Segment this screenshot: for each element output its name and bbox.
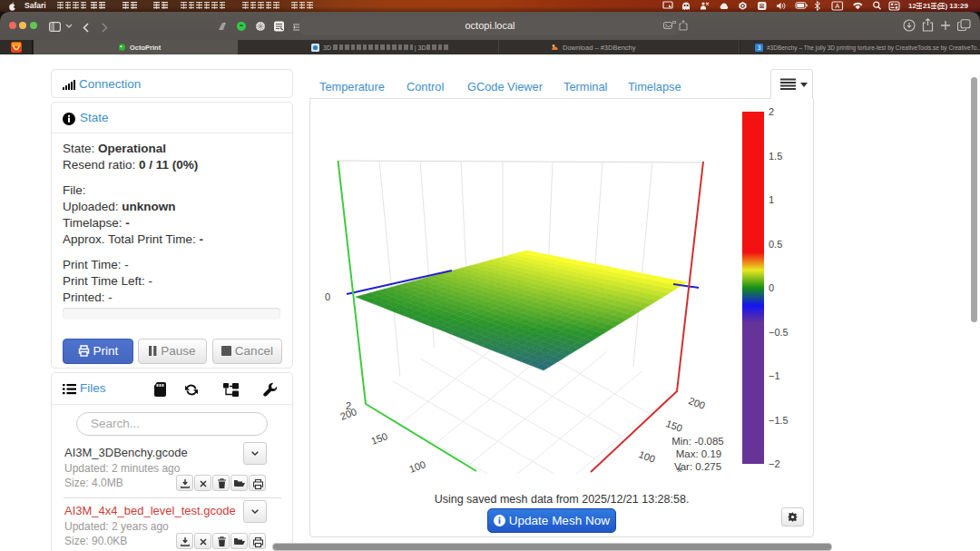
svg-text:1: 1 [769, 194, 774, 205]
svg-text:Max: 0.19: Max: 0.19 [676, 448, 722, 459]
svg-text:200: 200 [687, 395, 706, 411]
svg-text:2: 2 [346, 400, 351, 411]
svg-text:150: 150 [664, 418, 683, 434]
svg-text:−1: −1 [769, 370, 780, 381]
svg-text:100: 100 [637, 448, 656, 465]
svg-text:⊠: ⊠ [760, 3, 765, 9]
svg-text:x: x [678, 465, 682, 474]
svg-text:−1.5: −1.5 [769, 415, 789, 426]
svg-text:A: A [835, 2, 839, 10]
svg-text:0: 0 [325, 291, 330, 302]
svg-text:100: 100 [407, 458, 426, 475]
svg-text:150: 150 [369, 430, 388, 447]
svg-text:−0.5: −0.5 [769, 327, 789, 338]
svg-text:2: 2 [769, 106, 774, 117]
svg-text:3: 3 [758, 44, 761, 51]
svg-text:1.5: 1.5 [769, 151, 782, 162]
svg-text:0.5: 0.5 [769, 239, 782, 250]
svg-text:Min: -0.085: Min: -0.085 [671, 436, 724, 447]
svg-text:0: 0 [769, 282, 774, 293]
svg-text:−2: −2 [769, 458, 780, 469]
